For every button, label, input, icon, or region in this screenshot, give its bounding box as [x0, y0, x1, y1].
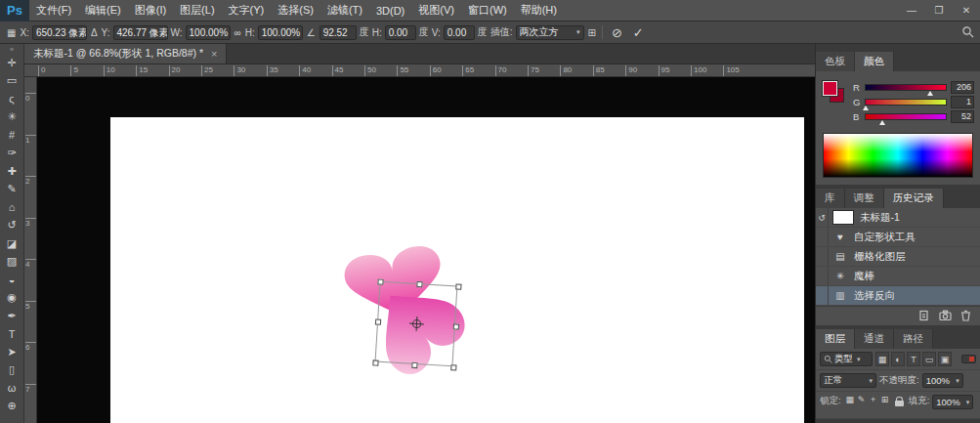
- tab-history[interactable]: 历史记录: [884, 189, 944, 208]
- transform-handle[interactable]: [453, 323, 459, 329]
- relative-position-toggle-icon[interactable]: Δ: [90, 27, 99, 38]
- v-skew-field[interactable]: 0.00: [444, 25, 475, 40]
- color-spectrum-ramp[interactable]: [823, 133, 973, 178]
- document-tab[interactable]: 未标题-1 @ 66.8%(形状 1, RGB/8#) * ×: [24, 44, 227, 63]
- marquee-tool[interactable]: ▭: [1, 72, 22, 91]
- new-document-from-state-icon[interactable]: [918, 308, 930, 325]
- lock-pixels-icon[interactable]: ✎: [856, 395, 868, 404]
- x-position-field[interactable]: 650.23 像素: [32, 25, 87, 40]
- link-dimensions-icon[interactable]: ∞: [234, 27, 242, 38]
- close-button[interactable]: ✕: [953, 5, 980, 16]
- channel-value[interactable]: 206: [951, 81, 974, 94]
- brush-tool[interactable]: ✎: [1, 181, 22, 199]
- commit-transform-button[interactable]: ✓: [629, 25, 648, 40]
- y-position-field[interactable]: 426.77 像素: [113, 25, 168, 40]
- opacity-select[interactable]: 100% ▾: [922, 373, 963, 388]
- history-brush-source[interactable]: [816, 247, 829, 266]
- transform-handle[interactable]: [411, 362, 417, 368]
- restore-button[interactable]: ❐: [925, 5, 953, 16]
- menu-item-7[interactable]: 3D(D): [369, 0, 411, 21]
- new-snapshot-camera-icon[interactable]: [939, 308, 952, 325]
- fill-select[interactable]: 100% ▾: [932, 395, 973, 409]
- lock-artboard-icon[interactable]: ⊞: [879, 395, 891, 404]
- channel-slider-thumb[interactable]: [927, 91, 933, 96]
- search-icon[interactable]: [961, 25, 974, 40]
- magic-wand-tool[interactable]: ✳: [1, 108, 22, 127]
- channel-value[interactable]: 1: [951, 96, 974, 108]
- minimize-button[interactable]: —: [898, 5, 925, 16]
- zoom-tool[interactable]: ⊕: [1, 398, 22, 416]
- channel-slider-thumb[interactable]: [863, 106, 869, 110]
- warp-mode-toggle-icon[interactable]: ⊞: [587, 27, 597, 38]
- tab-adjustments[interactable]: 调整: [845, 189, 884, 208]
- pixel-layer-filter-icon[interactable]: ▦: [875, 352, 889, 366]
- history-brush-source[interactable]: ↺: [816, 208, 829, 227]
- history-state-2[interactable]: ▤栅格化图层: [816, 247, 980, 267]
- menu-item-5[interactable]: 选择(S): [271, 0, 320, 21]
- menu-item-2[interactable]: 图像(I): [128, 0, 173, 21]
- type-tool[interactable]: T: [1, 325, 22, 344]
- foreground-color-swatch[interactable]: [823, 81, 837, 96]
- rotate-angle-field[interactable]: 92.52: [320, 25, 357, 40]
- shape-tool[interactable]: ▯: [1, 361, 22, 380]
- lock-all-icon[interactable]: [895, 401, 904, 406]
- delete-state-trash-icon[interactable]: [960, 308, 971, 325]
- layer-filter-type-select[interactable]: 类型 ▾: [820, 352, 873, 366]
- tab-channels[interactable]: 通道: [855, 329, 894, 349]
- interpolation-select[interactable]: 两次立方 ▾: [516, 25, 584, 40]
- menu-item-3[interactable]: 图层(L): [173, 0, 221, 21]
- hand-tool[interactable]: ω: [1, 379, 22, 398]
- channel-slider-thumb[interactable]: [879, 120, 885, 125]
- tab-swatches[interactable]: 色板: [816, 52, 855, 71]
- history-state-4[interactable]: ▥选择反向: [816, 286, 980, 306]
- transform-reference-point[interactable]: [412, 319, 422, 329]
- crop-tool[interactable]: #: [1, 126, 22, 145]
- menu-item-6[interactable]: 滤镜(T): [320, 0, 369, 21]
- eyedropper-tool[interactable]: ✑: [1, 145, 22, 163]
- adjustment-layer-filter-icon[interactable]: ◐: [891, 352, 905, 366]
- menu-item-0[interactable]: 文件(F): [29, 0, 78, 21]
- horizontal-ruler[interactable]: 0510152025303540455055606570758085909510…: [24, 64, 815, 77]
- pen-tool[interactable]: ✒: [1, 307, 22, 325]
- width-field[interactable]: 100.00%: [186, 25, 231, 40]
- menu-item-10[interactable]: 帮助(H): [514, 0, 564, 21]
- lock-position-icon[interactable]: +: [868, 395, 879, 404]
- vertical-ruler[interactable]: 012345678: [24, 77, 37, 423]
- tab-libraries[interactable]: 库: [816, 189, 845, 208]
- history-brush-source[interactable]: [816, 267, 829, 285]
- channel-slider[interactable]: [865, 99, 947, 106]
- history-state-0[interactable]: ↺未标题-1: [816, 208, 980, 228]
- tab-layers[interactable]: 图层: [816, 329, 855, 349]
- menu-item-1[interactable]: 编辑(E): [78, 0, 128, 21]
- tab-color[interactable]: 颜色: [855, 52, 894, 71]
- transform-handle[interactable]: [416, 281, 422, 287]
- history-state-1[interactable]: ♥自定形状工具: [816, 228, 980, 247]
- type-layer-filter-icon[interactable]: T: [907, 352, 920, 366]
- channel-slider[interactable]: [865, 84, 947, 91]
- tab-paths[interactable]: 路径: [894, 329, 933, 349]
- photoshop-logo[interactable]: Ps: [0, 0, 29, 21]
- transform-handle[interactable]: [455, 283, 461, 289]
- path-selection-tool[interactable]: ➤: [1, 343, 22, 361]
- reference-point-locator-icon[interactable]: ▦: [6, 27, 17, 38]
- history-brush-source[interactable]: [816, 228, 829, 246]
- transform-handle[interactable]: [377, 279, 383, 285]
- history-brush-source[interactable]: [816, 286, 829, 305]
- layer-filter-switch[interactable]: [961, 355, 976, 363]
- close-document-icon[interactable]: ×: [211, 48, 217, 60]
- transform-handle[interactable]: [450, 364, 456, 370]
- channel-slider[interactable]: [865, 113, 947, 120]
- dodge-tool[interactable]: ◉: [1, 289, 22, 308]
- lock-transparent-icon[interactable]: ▦: [844, 395, 856, 404]
- channel-value[interactable]: 52: [951, 110, 974, 123]
- healing-brush-tool[interactable]: ✚: [1, 162, 22, 181]
- menu-item-4[interactable]: 文字(Y): [222, 0, 272, 21]
- transform-handle[interactable]: [372, 360, 378, 365]
- h-skew-field[interactable]: 0.00: [385, 25, 416, 40]
- lasso-tool[interactable]: ς: [1, 90, 22, 108]
- shape-layer-filter-icon[interactable]: ▭: [922, 352, 936, 366]
- eraser-tool[interactable]: ◪: [1, 234, 22, 253]
- cancel-transform-button[interactable]: ⊘: [608, 25, 626, 40]
- blend-mode-select[interactable]: 正常 ▾: [820, 373, 876, 388]
- move-tool[interactable]: ✛: [1, 54, 22, 72]
